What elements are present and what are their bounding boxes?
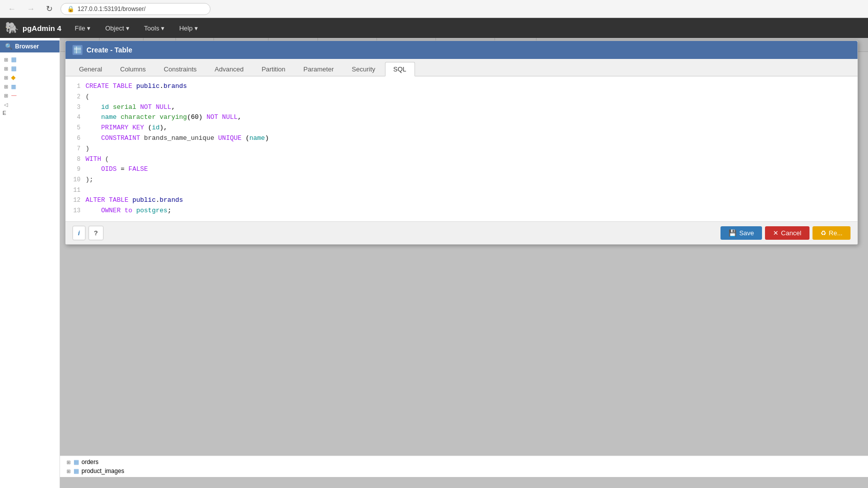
leaf-label-7: E [2, 110, 6, 116]
line-content-12: ALTER TABLE public.brands [86, 195, 855, 206]
line-num-9: 9 [68, 164, 86, 174]
tab-advanced-label: Advanced [214, 65, 244, 73]
sql-line-6: 6 CONSTRAINT brands_name_unique UNIQUE (… [68, 133, 855, 144]
sql-line-8: 8 WITH ( [68, 154, 855, 165]
info-button[interactable]: i [72, 226, 86, 240]
help-menu-arrow: ▾ [194, 24, 198, 32]
sql-editor[interactable]: 1 CREATE TABLE public.brands 2 ( 3 id se… [66, 76, 858, 221]
line-num-12: 12 [68, 195, 86, 205]
tab-security-label: Security [352, 65, 376, 73]
reset-icon: ♻ [820, 229, 826, 237]
orders-table-icon: ▦ [74, 459, 79, 466]
dialog-header: Create - Table [66, 41, 858, 59]
tab-general[interactable]: General [70, 62, 110, 76]
sidebar: 🔍 Browser ⊞ ▦ ⊞ ▦ ⊞ ◆ ⊞ ▦ ⊞ ⸻ [0, 38, 60, 488]
tab-general-label: General [79, 65, 102, 73]
line-content-9: OIDS = FALSE [86, 164, 855, 175]
address-bar: 🔒 127.0.0.1:53191/browser/ [60, 3, 210, 15]
sql-line-3: 3 id serial NOT NULL, [68, 102, 855, 113]
line-content-6: CONSTRAINT brands_name_unique UNIQUE (na… [86, 133, 855, 144]
cancel-button[interactable]: ✕ Cancel [765, 226, 809, 240]
expand-icon-5: ⊞ [2, 92, 10, 99]
dialog-overlay: Create - Table General Columns Constrain… [60, 38, 868, 488]
sql-line-11: 11 [68, 185, 855, 195]
expand-icon-4: ⊞ [2, 83, 10, 90]
line-num-4: 4 [68, 112, 86, 122]
footer-left: i ? [72, 226, 104, 240]
reset-button[interactable]: ♻ Re... [812, 226, 850, 240]
tree-node-3[interactable]: ⊞ ◆ [0, 73, 60, 82]
expand-orders-icon: ⊞ [65, 459, 72, 466]
expand-icon-3: ⊞ [2, 74, 10, 81]
tree-node-orders[interactable]: ⊞ ▦ orders [62, 458, 866, 467]
save-button[interactable]: 💾 Save [720, 226, 762, 240]
tree-node-5[interactable]: ⊞ ⸻ [0, 91, 60, 100]
dialog-footer: i ? 💾 Save ✕ Cancel [66, 221, 858, 244]
tab-columns[interactable]: Columns [112, 62, 154, 76]
line-num-7: 7 [68, 144, 86, 154]
tab-advanced[interactable]: Advanced [206, 62, 252, 76]
pgadmin-logo: 🐘 pgAdmin 4 [5, 21, 62, 34]
tree-node-2[interactable]: ⊞ ▦ [0, 64, 60, 73]
tree-node-7[interactable]: E [0, 109, 60, 117]
help-icon: ? [94, 229, 98, 237]
expand-icon-2: ⊞ [2, 65, 10, 72]
file-menu[interactable]: File ▾ [69, 21, 97, 35]
tab-constraints[interactable]: Constraints [156, 62, 206, 76]
forward-button[interactable]: → [24, 3, 38, 14]
tree-node-product-images[interactable]: ⊞ ▦ product_images [62, 467, 866, 476]
help-menu[interactable]: Help ▾ [173, 21, 204, 35]
sql-line-10: 10 ); [68, 175, 855, 185]
sidebar-tree: ⊞ ▦ ⊞ ▦ ⊞ ◆ ⊞ ▦ ⊞ ⸻ ◁ E [0, 52, 60, 119]
orders-label: orders [82, 459, 98, 466]
sql-line-4: 4 name character varying(60) NOT NULL, [68, 112, 855, 123]
save-label: Save [739, 229, 754, 237]
sql-line-7: 7 ) [68, 144, 855, 154]
footer-right: 💾 Save ✕ Cancel ♻ Re... [720, 226, 850, 240]
sidebar-title: Browser [15, 43, 39, 50]
tab-sql-dialog[interactable]: SQL [385, 62, 415, 76]
tab-parameter[interactable]: Parameter [295, 62, 342, 76]
back-button[interactable]: ← [5, 3, 19, 14]
sql-line-1: 1 CREATE TABLE public.brands [68, 81, 855, 92]
table-icon-svg [74, 46, 81, 53]
tab-columns-label: Columns [120, 65, 146, 73]
main-area: 🔍 Browser ⊞ ▦ ⊞ ▦ ⊞ ◆ ⊞ ▦ ⊞ ⸻ [0, 38, 868, 488]
tab-parameter-label: Parameter [304, 65, 334, 73]
cancel-label: Cancel [781, 229, 801, 237]
reload-button[interactable]: ↻ [43, 3, 56, 14]
line-content-1: CREATE TABLE public.brands [86, 81, 855, 92]
tree-node-1[interactable]: ⊞ ▦ [0, 55, 60, 64]
line-content-3: id serial NOT NULL, [86, 102, 855, 113]
help-button[interactable]: ? [88, 226, 104, 240]
svg-rect-0 [74, 46, 81, 53]
tools-menu-label: Tools [144, 24, 159, 32]
tab-security[interactable]: Security [344, 62, 384, 76]
line-num-5: 5 [68, 123, 86, 133]
dialog-header-icon [72, 45, 82, 55]
sql-line-2: 2 ( [68, 92, 855, 102]
object-menu[interactable]: Object ▾ [99, 21, 136, 35]
tab-partition-label: Partition [262, 65, 286, 73]
content-area: Dashboard ⊙ Properties 📄 SQL | Statistic… [60, 38, 868, 488]
tab-partition[interactable]: Partition [253, 62, 294, 76]
line-content-7: ) [86, 144, 855, 154]
tree-node-6[interactable]: ◁ [0, 100, 60, 109]
sql-line-5: 5 PRIMARY KEY (id), [68, 123, 855, 133]
sidebar-header: 🔍 Browser [0, 40, 60, 52]
app-title: pgAdmin 4 [22, 24, 62, 32]
url-text: 127.0.0.1:53191/browser/ [78, 5, 146, 12]
tree-node-4[interactable]: ⊞ ▦ [0, 82, 60, 91]
object-menu-label: Object [105, 24, 124, 32]
product-images-table-icon: ▦ [74, 468, 79, 475]
expand-product-images-icon: ⊞ [65, 468, 72, 475]
file-menu-arrow: ▾ [87, 24, 90, 32]
browser-icon: 🔍 [5, 43, 12, 50]
tools-menu[interactable]: Tools ▾ [138, 21, 170, 35]
table-icon-2: ▦ [11, 65, 16, 72]
table-icon-1: ▦ [11, 56, 16, 63]
schema-icon-3: ◆ [11, 74, 16, 81]
dialog-title: Create - Table [86, 46, 132, 54]
tab-sql-dialog-label: SQL [394, 65, 406, 73]
line-num-6: 6 [68, 133, 86, 143]
